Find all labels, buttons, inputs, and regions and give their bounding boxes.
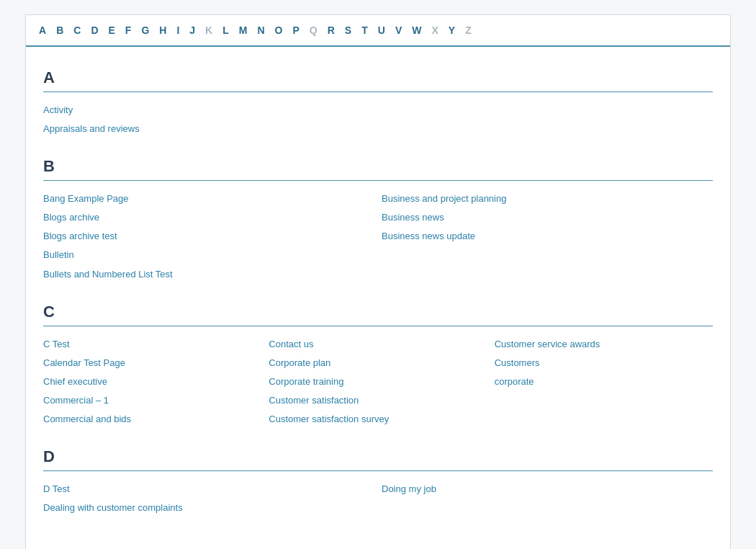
link-item[interactable]: Appraisals and reviews — [43, 121, 713, 137]
alpha-nav-item-q: Q — [305, 22, 322, 38]
links-grid-b: Bang Example PageBusiness and project pl… — [43, 191, 713, 282]
link-item[interactable]: Customer satisfaction survey — [269, 411, 487, 427]
section-heading-b: B — [43, 157, 713, 176]
link-item[interactable]: Bullets and Numbered List Test — [43, 267, 374, 282]
links-grid-a: ActivityAppraisals and reviews — [43, 102, 713, 137]
alpha-nav-item-w[interactable]: W — [408, 22, 426, 38]
section-heading-d: D — [43, 447, 713, 466]
section-divider-d — [43, 470, 713, 471]
section-divider-c — [43, 326, 713, 326]
links-grid-d: D TestDoing my jobDealing with customer … — [43, 481, 713, 516]
section-divider-a — [43, 92, 713, 92]
link-item[interactable]: Dealing with customer complaints — [43, 500, 374, 516]
alpha-nav-item-k: K — [201, 22, 217, 38]
section-c: CC TestContact usCustomer service awards… — [43, 303, 713, 427]
link-item[interactable]: Customer satisfaction — [269, 393, 487, 409]
link-item[interactable]: Bulletin — [43, 247, 374, 263]
link-item[interactable]: Bang Example Page — [43, 191, 374, 207]
link-item[interactable]: Doing my job — [382, 481, 713, 497]
alpha-nav-item-c[interactable]: C — [69, 22, 85, 38]
link-item[interactable]: Chief executive — [43, 374, 261, 390]
alpha-nav-item-v[interactable]: V — [391, 22, 406, 38]
alpha-nav-item-m[interactable]: M — [235, 22, 252, 38]
alpha-nav-item-p[interactable]: P — [288, 22, 303, 38]
link-item[interactable]: Activity — [43, 102, 713, 118]
alpha-nav-item-a[interactable]: A — [35, 22, 50, 38]
alpha-nav-item-g[interactable]: G — [137, 22, 153, 38]
section-d: DD TestDoing my jobDealing with customer… — [43, 447, 713, 516]
link-item[interactable]: Corporate plan — [269, 355, 487, 371]
alpha-nav-item-n[interactable]: N — [253, 22, 269, 38]
alpha-nav-item-u[interactable]: U — [374, 22, 390, 38]
link-item[interactable]: Customer service awards — [495, 336, 713, 352]
section-b: BBang Example PageBusiness and project p… — [43, 157, 713, 282]
alpha-nav-item-r[interactable]: R — [323, 22, 339, 38]
link-item[interactable]: Calendar Test Page — [43, 355, 261, 371]
alpha-nav-item-x: X — [427, 22, 442, 38]
alpha-nav-item-i[interactable]: I — [172, 22, 184, 38]
alpha-nav-item-e[interactable]: E — [104, 22, 120, 38]
alpha-nav-item-f[interactable]: F — [121, 22, 136, 38]
link-item[interactable]: C Test — [43, 336, 261, 352]
alpha-nav-item-j[interactable]: J — [185, 22, 199, 38]
section-heading-a: A — [43, 68, 713, 87]
link-item[interactable]: Blogs archive — [43, 210, 374, 226]
link-item[interactable]: corporate — [495, 374, 713, 390]
alpha-nav-item-d[interactable]: D — [86, 22, 102, 38]
link-item[interactable]: Business and project planning — [382, 191, 713, 207]
link-item[interactable]: Customers — [495, 355, 713, 371]
alpha-nav-item-z: Z — [461, 22, 476, 38]
link-item[interactable]: Contact us — [269, 336, 487, 352]
section-a: AActivityAppraisals and reviews — [43, 68, 713, 137]
link-item[interactable]: Business news update — [382, 228, 713, 244]
alpha-nav-item-s[interactable]: S — [341, 22, 356, 38]
link-item[interactable]: Commercial and bids — [43, 411, 261, 427]
alpha-nav-item-h[interactable]: H — [155, 22, 171, 38]
link-item[interactable]: D Test — [43, 481, 374, 497]
link-item[interactable]: Blogs archive test — [43, 228, 374, 244]
link-item[interactable]: Commercial – 1 — [43, 393, 261, 409]
section-divider-b — [43, 180, 713, 181]
links-grid-c: C TestContact usCustomer service awardsC… — [43, 336, 713, 427]
alpha-nav-item-l[interactable]: L — [218, 22, 233, 38]
alphabet-nav: ABCDEFGHIJKLMNOPQRSTUVWXYZ — [26, 15, 730, 47]
alpha-nav-item-b[interactable]: B — [52, 22, 68, 38]
alpha-nav-item-o[interactable]: O — [271, 22, 287, 38]
page-container: ABCDEFGHIJKLMNOPQRSTUVWXYZ AActivityAppr… — [25, 14, 731, 549]
section-heading-c: C — [43, 303, 713, 321]
alpha-nav-item-y[interactable]: Y — [444, 22, 459, 38]
alpha-nav-item-t[interactable]: T — [357, 22, 372, 38]
link-item[interactable]: Business news — [382, 210, 713, 226]
main-content: AActivityAppraisals and reviewsBBang Exa… — [26, 47, 730, 549]
link-item[interactable]: Corporate training — [269, 374, 487, 390]
